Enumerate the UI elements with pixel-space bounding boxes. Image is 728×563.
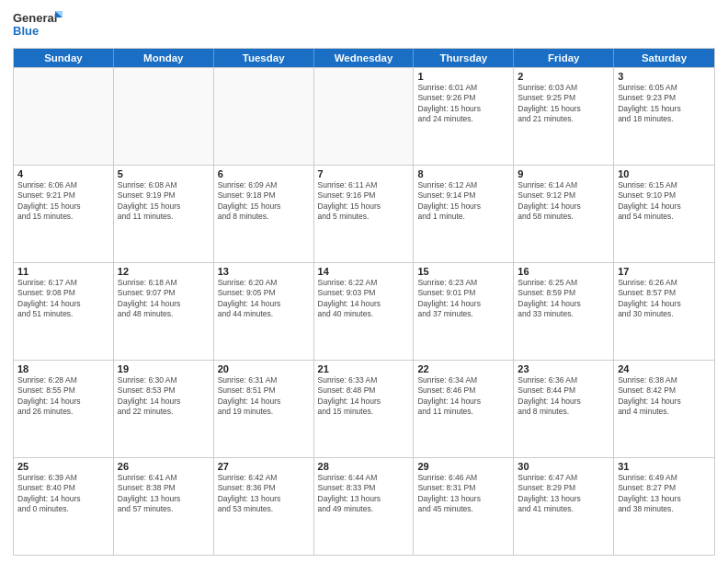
- day-number-1: 1: [417, 71, 509, 82]
- week-row-2: 4Sunrise: 6:06 AM Sunset: 9:21 PM Daylig…: [14, 165, 714, 262]
- day-number-19: 19: [118, 363, 210, 374]
- day-29: 29Sunrise: 6:46 AM Sunset: 8:31 PM Dayli…: [414, 458, 514, 555]
- empty-cell-0-0: [14, 68, 114, 165]
- day-detail-20: Sunrise: 6:31 AM Sunset: 8:51 PM Dayligh…: [218, 375, 310, 418]
- logo: General Blue: [13, 9, 63, 42]
- day-detail-6: Sunrise: 6:09 AM Sunset: 9:18 PM Dayligh…: [218, 180, 310, 223]
- day-detail-29: Sunrise: 6:46 AM Sunset: 8:31 PM Dayligh…: [417, 473, 509, 515]
- day-number-14: 14: [318, 266, 410, 277]
- day-detail-31: Sunrise: 6:49 AM Sunset: 8:27 PM Dayligh…: [618, 473, 711, 515]
- day-2: 2Sunrise: 6:03 AM Sunset: 9:25 PM Daylig…: [514, 68, 614, 165]
- day-number-6: 6: [218, 168, 310, 179]
- day-detail-21: Sunrise: 6:33 AM Sunset: 8:48 PM Dayligh…: [318, 375, 410, 418]
- day-10: 10Sunrise: 6:15 AM Sunset: 9:10 PM Dayli…: [614, 166, 714, 262]
- day-number-10: 10: [618, 168, 711, 179]
- day-detail-4: Sunrise: 6:06 AM Sunset: 9:21 PM Dayligh…: [17, 180, 109, 223]
- header-sunday: Sunday: [14, 49, 114, 67]
- day-4: 4Sunrise: 6:06 AM Sunset: 9:21 PM Daylig…: [14, 166, 114, 262]
- day-number-13: 13: [218, 266, 310, 277]
- day-20: 20Sunrise: 6:31 AM Sunset: 8:51 PM Dayli…: [214, 361, 314, 457]
- day-detail-12: Sunrise: 6:18 AM Sunset: 9:07 PM Dayligh…: [118, 278, 210, 320]
- header-monday: Monday: [114, 49, 214, 67]
- day-28: 28Sunrise: 6:44 AM Sunset: 8:33 PM Dayli…: [314, 458, 415, 555]
- day-detail-17: Sunrise: 6:26 AM Sunset: 8:57 PM Dayligh…: [618, 278, 711, 320]
- day-24: 24Sunrise: 6:38 AM Sunset: 8:42 PM Dayli…: [614, 361, 714, 457]
- page: General Blue SundayMondayTuesdayWednesda…: [0, 0, 728, 563]
- header-tuesday: Tuesday: [214, 49, 314, 67]
- day-detail-24: Sunrise: 6:38 AM Sunset: 8:42 PM Dayligh…: [618, 375, 711, 418]
- header-saturday: Saturday: [614, 49, 714, 67]
- header-wednesday: Wednesday: [314, 49, 415, 67]
- empty-cell-0-1: [114, 68, 214, 165]
- day-detail-14: Sunrise: 6:22 AM Sunset: 9:03 PM Dayligh…: [318, 278, 410, 320]
- day-number-16: 16: [518, 266, 609, 277]
- day-14: 14Sunrise: 6:22 AM Sunset: 9:03 PM Dayli…: [314, 263, 415, 360]
- day-9: 9Sunrise: 6:14 AM Sunset: 9:12 PM Daylig…: [514, 166, 614, 262]
- day-7: 7Sunrise: 6:11 AM Sunset: 9:16 PM Daylig…: [314, 166, 415, 262]
- day-detail-9: Sunrise: 6:14 AM Sunset: 9:12 PM Dayligh…: [518, 180, 609, 223]
- day-number-24: 24: [618, 363, 711, 374]
- day-number-22: 22: [417, 363, 509, 374]
- calendar-body: 1Sunrise: 6:01 AM Sunset: 9:26 PM Daylig…: [14, 67, 714, 555]
- day-detail-30: Sunrise: 6:47 AM Sunset: 8:29 PM Dayligh…: [518, 473, 609, 515]
- day-15: 15Sunrise: 6:23 AM Sunset: 9:01 PM Dayli…: [414, 263, 514, 360]
- day-number-28: 28: [318, 461, 410, 472]
- header-thursday: Thursday: [414, 49, 514, 67]
- day-detail-26: Sunrise: 6:41 AM Sunset: 8:38 PM Dayligh…: [118, 473, 210, 515]
- day-number-31: 31: [618, 461, 711, 472]
- day-22: 22Sunrise: 6:34 AM Sunset: 8:46 PM Dayli…: [414, 361, 514, 457]
- day-number-2: 2: [518, 71, 609, 82]
- day-detail-3: Sunrise: 6:05 AM Sunset: 9:23 PM Dayligh…: [618, 83, 711, 125]
- day-number-18: 18: [17, 363, 109, 374]
- day-number-15: 15: [417, 266, 509, 277]
- calendar-header: SundayMondayTuesdayWednesdayThursdayFrid…: [14, 49, 714, 67]
- day-11: 11Sunrise: 6:17 AM Sunset: 9:08 PM Dayli…: [14, 263, 114, 360]
- day-number-12: 12: [118, 266, 210, 277]
- day-number-21: 21: [318, 363, 410, 374]
- day-detail-11: Sunrise: 6:17 AM Sunset: 9:08 PM Dayligh…: [17, 278, 109, 320]
- day-25: 25Sunrise: 6:39 AM Sunset: 8:40 PM Dayli…: [14, 458, 114, 555]
- day-detail-15: Sunrise: 6:23 AM Sunset: 9:01 PM Dayligh…: [417, 278, 509, 320]
- day-number-3: 3: [618, 71, 711, 82]
- day-number-7: 7: [318, 168, 410, 179]
- day-detail-25: Sunrise: 6:39 AM Sunset: 8:40 PM Dayligh…: [17, 473, 109, 515]
- day-31: 31Sunrise: 6:49 AM Sunset: 8:27 PM Dayli…: [614, 458, 714, 555]
- day-number-8: 8: [417, 168, 509, 179]
- day-16: 16Sunrise: 6:25 AM Sunset: 8:59 PM Dayli…: [514, 263, 614, 360]
- header-friday: Friday: [514, 49, 614, 67]
- day-detail-5: Sunrise: 6:08 AM Sunset: 9:19 PM Dayligh…: [118, 180, 210, 223]
- svg-text:General: General: [13, 11, 57, 25]
- day-13: 13Sunrise: 6:20 AM Sunset: 9:05 PM Dayli…: [214, 263, 314, 360]
- day-18: 18Sunrise: 6:28 AM Sunset: 8:55 PM Dayli…: [14, 361, 114, 457]
- day-5: 5Sunrise: 6:08 AM Sunset: 9:19 PM Daylig…: [114, 166, 214, 262]
- day-detail-22: Sunrise: 6:34 AM Sunset: 8:46 PM Dayligh…: [417, 375, 509, 418]
- day-detail-10: Sunrise: 6:15 AM Sunset: 9:10 PM Dayligh…: [618, 180, 711, 223]
- day-detail-18: Sunrise: 6:28 AM Sunset: 8:55 PM Dayligh…: [17, 375, 109, 418]
- day-number-11: 11: [17, 266, 109, 277]
- day-17: 17Sunrise: 6:26 AM Sunset: 8:57 PM Dayli…: [614, 263, 714, 360]
- day-27: 27Sunrise: 6:42 AM Sunset: 8:36 PM Dayli…: [214, 458, 314, 555]
- day-detail-8: Sunrise: 6:12 AM Sunset: 9:14 PM Dayligh…: [417, 180, 509, 223]
- day-number-26: 26: [118, 461, 210, 472]
- empty-cell-0-2: [214, 68, 314, 165]
- calendar: SundayMondayTuesdayWednesdayThursdayFrid…: [13, 48, 715, 556]
- day-1: 1Sunrise: 6:01 AM Sunset: 9:26 PM Daylig…: [414, 68, 514, 165]
- day-number-30: 30: [518, 461, 609, 472]
- day-3: 3Sunrise: 6:05 AM Sunset: 9:23 PM Daylig…: [614, 68, 714, 165]
- day-detail-13: Sunrise: 6:20 AM Sunset: 9:05 PM Dayligh…: [218, 278, 310, 320]
- week-row-1: 1Sunrise: 6:01 AM Sunset: 9:26 PM Daylig…: [14, 67, 714, 165]
- day-number-5: 5: [118, 168, 210, 179]
- empty-cell-0-3: [314, 68, 415, 165]
- day-21: 21Sunrise: 6:33 AM Sunset: 8:48 PM Dayli…: [314, 361, 415, 457]
- day-23: 23Sunrise: 6:36 AM Sunset: 8:44 PM Dayli…: [514, 361, 614, 457]
- day-8: 8Sunrise: 6:12 AM Sunset: 9:14 PM Daylig…: [414, 166, 514, 262]
- day-detail-16: Sunrise: 6:25 AM Sunset: 8:59 PM Dayligh…: [518, 278, 609, 320]
- day-26: 26Sunrise: 6:41 AM Sunset: 8:38 PM Dayli…: [114, 458, 214, 555]
- day-number-20: 20: [218, 363, 310, 374]
- header: General Blue: [13, 9, 715, 42]
- day-detail-23: Sunrise: 6:36 AM Sunset: 8:44 PM Dayligh…: [518, 375, 609, 418]
- day-detail-28: Sunrise: 6:44 AM Sunset: 8:33 PM Dayligh…: [318, 473, 410, 515]
- day-number-25: 25: [17, 461, 109, 472]
- day-detail-7: Sunrise: 6:11 AM Sunset: 9:16 PM Dayligh…: [318, 180, 410, 223]
- week-row-3: 11Sunrise: 6:17 AM Sunset: 9:08 PM Dayli…: [14, 262, 714, 360]
